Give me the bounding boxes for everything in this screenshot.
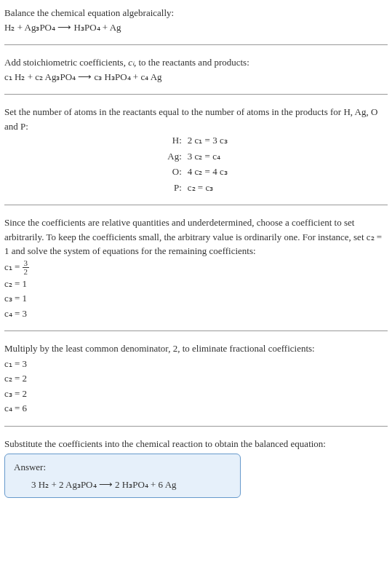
section-text: Multiply by the least common denominator… — [4, 341, 388, 356]
coefficient-c1: c₁ = 32 — [4, 259, 388, 276]
coefficient-c3: c₃ = 2 — [4, 387, 388, 401]
answer-box: Answer: 3 H₂ + 2 Ag₃PO₄ ⟶ 2 H₃PO₄ + 6 Ag — [4, 454, 241, 498]
atom-label: Ag: — [7, 149, 182, 164]
coefficient-c2: c₂ = 1 — [4, 277, 388, 291]
atom-equation: 3 c₂ = c₄ — [188, 149, 388, 164]
answer-equation: 3 H₂ + 2 Ag₃PO₄ ⟶ 2 H₃PO₄ + 6 Ag — [14, 478, 231, 492]
divider — [4, 331, 388, 331]
atom-label: P: — [7, 181, 182, 195]
fraction: 32 — [23, 259, 30, 276]
section-title: Balance the chemical equation algebraica… — [4, 6, 388, 20]
section-stoichiometric: Add stoichiometric coefficients, cᵢ, to … — [4, 55, 388, 84]
section-solve: Since the coefficients are relative quan… — [4, 215, 388, 320]
atom-equation: c₂ = c₃ — [188, 181, 388, 195]
coefficient-c2: c₂ = 2 — [4, 371, 388, 386]
section-text: Substitute the coefficients into the che… — [4, 437, 388, 451]
section-text: Since the coefficients are relative quan… — [4, 215, 388, 258]
section-title: Add stoichiometric coefficients, cᵢ, to … — [4, 55, 388, 70]
equation: c₁ H₂ + c₂ Ag₃PO₄ ⟶ c₃ H₃PO₄ + c₄ Ag — [4, 70, 388, 84]
divider — [4, 94, 388, 95]
coefficient-c4: c₄ = 3 — [4, 306, 388, 321]
atoms-table: H: 2 c₁ = 3 c₃ Ag: 3 c₂ = c₄ O: 4 c₂ = 4… — [7, 133, 388, 194]
coefficient-c4: c₄ = 6 — [4, 401, 388, 416]
answer-label: Answer: — [14, 460, 231, 475]
section-balance: Balance the chemical equation algebraica… — [4, 6, 388, 34]
variable-ci: cᵢ — [128, 57, 134, 68]
coefficient-c1: c₁ = 3 — [4, 357, 388, 371]
equation: H₂ + Ag₃PO₄ ⟶ H₃PO₄ + Ag — [4, 20, 388, 35]
atom-label: O: — [7, 165, 182, 179]
atom-equation: 4 c₂ = 4 c₃ — [188, 165, 388, 179]
section-substitute: Substitute the coefficients into the che… — [4, 437, 388, 499]
atom-equation: 2 c₁ = 3 c₃ — [188, 133, 388, 148]
section-multiply: Multiply by the least common denominator… — [4, 341, 388, 416]
section-atoms: Set the number of atoms in the reactants… — [4, 105, 388, 194]
section-title: Set the number of atoms in the reactants… — [4, 105, 388, 133]
atom-label: H: — [7, 133, 182, 148]
divider — [4, 205, 388, 205]
coefficient-c3: c₃ = 1 — [4, 291, 388, 306]
divider — [4, 426, 388, 427]
divider — [4, 44, 388, 45]
